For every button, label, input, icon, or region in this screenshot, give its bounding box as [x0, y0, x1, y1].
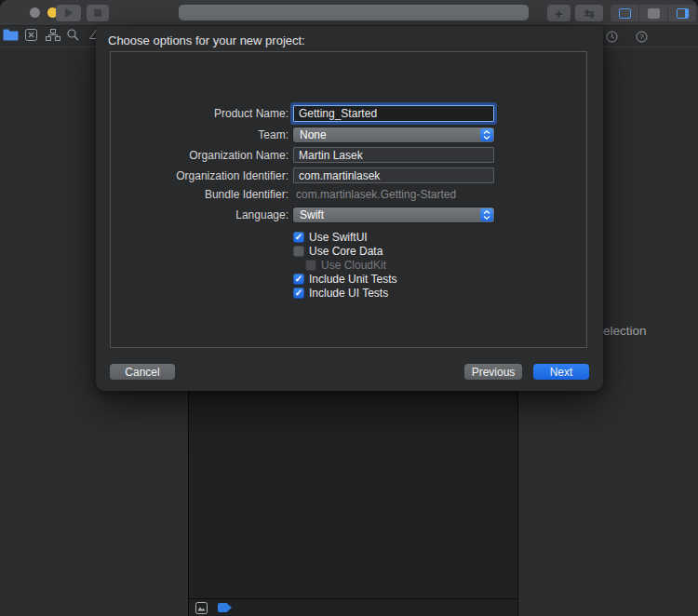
dialog-title: Choose options for your new project: — [108, 33, 305, 47]
organization-name-label: Organization Name: — [96, 149, 289, 162]
team-label: Team: — [96, 128, 289, 141]
image-icon[interactable] — [195, 602, 208, 614]
language-dropdown[interactable]: Swift — [293, 208, 494, 222]
checkbox-icon — [305, 260, 316, 271]
checkbox-icon — [293, 288, 304, 299]
editor-bottom-bar — [189, 598, 517, 616]
next-button[interactable]: Next — [533, 364, 589, 380]
svg-text:?: ? — [639, 33, 644, 41]
chevron-up-down-icon — [480, 208, 493, 221]
team-row: Team: None — [96, 127, 494, 142]
organization-name-input[interactable] — [293, 147, 494, 163]
use-core-data-label: Use Core Data — [309, 245, 383, 258]
bundle-identifier-row: Bundle Identifier: com.martinlasek.Getti… — [96, 187, 456, 202]
titlebar: + ⇆ — [0, 0, 698, 26]
sidebar-item-symbol-navigator[interactable] — [46, 29, 60, 41]
cancel-button[interactable]: Cancel — [110, 364, 175, 380]
product-name-row: Product Name: — [96, 104, 494, 123]
include-unit-tests-label: Include Unit Tests — [309, 273, 397, 286]
checkbox-icon — [293, 246, 304, 257]
organization-identifier-label: Organization Identifier: — [96, 169, 289, 182]
checkbox-icon — [293, 274, 304, 285]
include-unit-tests-checkbox[interactable]: Include Unit Tests — [293, 273, 397, 286]
team-dropdown-value: None — [300, 128, 327, 141]
team-dropdown[interactable]: None — [293, 127, 494, 142]
segment-editor-assistant[interactable] — [638, 5, 667, 21]
editor-assistant-icon — [648, 8, 660, 19]
sidebar-item-source-control-navigator[interactable] — [25, 29, 37, 41]
no-selection-partial-text: election — [603, 324, 647, 338]
sidebar-item-project-navigator[interactable] — [3, 29, 19, 41]
use-cloudkit-label: Use CloudKit — [321, 259, 386, 272]
editor-only-icon — [619, 8, 631, 19]
use-swiftui-label: Use SwiftUI — [309, 231, 368, 244]
language-row: Language: Swift — [96, 208, 494, 222]
include-ui-tests-checkbox[interactable]: Include UI Tests — [293, 287, 388, 300]
add-editor-button[interactable]: + — [547, 5, 570, 21]
clock-icon — [606, 31, 618, 43]
stop-icon — [94, 9, 101, 17]
source-control-icon — [25, 29, 37, 41]
help-button[interactable]: ? — [636, 30, 648, 47]
tag-icon[interactable] — [218, 603, 232, 612]
editor-layout-segmented-control — [611, 5, 696, 21]
folder-icon — [3, 29, 19, 41]
sidebar-item-find-navigator[interactable] — [67, 29, 79, 41]
product-name-label: Product Name: — [96, 107, 289, 120]
swap-arrows-icon: ⇆ — [584, 7, 594, 20]
activity-status-bar — [179, 5, 529, 20]
history-button[interactable] — [606, 30, 618, 47]
checkbox-icon — [293, 232, 304, 243]
include-ui-tests-label: Include UI Tests — [309, 287, 388, 300]
stop-button[interactable] — [87, 5, 109, 21]
plus-icon: + — [555, 6, 563, 21]
bundle-identifier-value: com.martinlasek.Getting-Started — [296, 188, 456, 201]
play-icon — [65, 8, 73, 18]
search-icon — [67, 29, 79, 41]
swap-arrows-button[interactable]: ⇆ — [575, 5, 603, 21]
symbol-navigator-icon — [46, 29, 60, 41]
organization-identifier-input[interactable] — [293, 167, 494, 183]
organization-name-row: Organization Name: — [96, 147, 494, 163]
xcode-window: + ⇆ — [0, 0, 698, 616]
use-cloudkit-checkbox: Use CloudKit — [305, 259, 386, 272]
organization-identifier-row: Organization Identifier: — [96, 167, 494, 183]
run-button[interactable] — [56, 5, 81, 21]
window-close-button[interactable] — [30, 7, 40, 18]
new-project-options-dialog: Choose options for your new project: Pro… — [96, 26, 603, 391]
help-icon: ? — [636, 31, 648, 43]
language-label: Language: — [96, 208, 289, 221]
segment-editor-inspector[interactable] — [667, 5, 696, 21]
bundle-identifier-label: Bundle Identifier: — [96, 188, 289, 201]
previous-button[interactable]: Previous — [464, 364, 522, 380]
chevron-up-down-icon — [480, 128, 493, 141]
use-swiftui-checkbox[interactable]: Use SwiftUI — [293, 231, 368, 244]
product-name-input[interactable] — [293, 105, 494, 122]
editor-inspector-icon — [677, 8, 689, 19]
use-core-data-checkbox[interactable]: Use Core Data — [293, 245, 383, 258]
segment-editor-only[interactable] — [611, 5, 638, 21]
language-dropdown-value: Swift — [300, 208, 324, 221]
